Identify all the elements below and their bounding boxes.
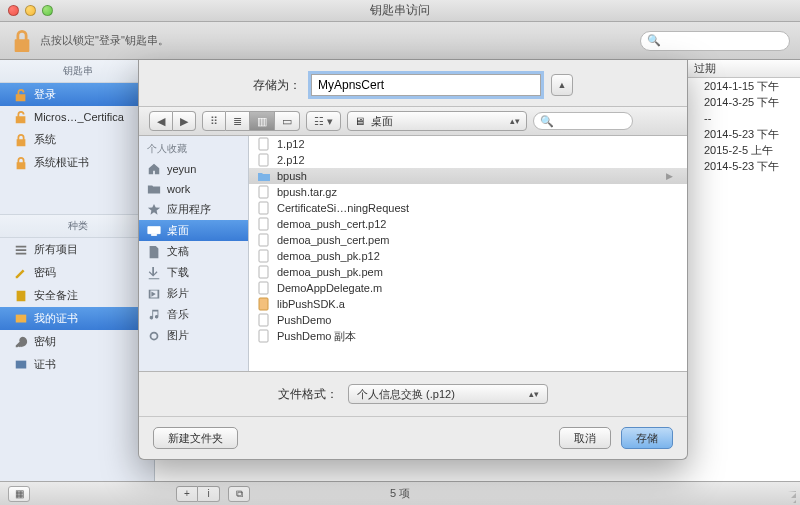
file-row[interactable]: DemoAppDelegate.m [249, 280, 687, 296]
chevron-updown-icon: ▴▾ [510, 116, 520, 126]
file-row[interactable]: PushDemo 副本 [249, 328, 687, 344]
movies-icon [147, 287, 161, 301]
view-coverflow-button[interactable]: ▭ [275, 111, 300, 131]
pictures-icon [147, 329, 161, 343]
sheet-toolbar: ◀ ▶ ⠿ ≣ ▥ ▭ ☷ ▾ 🖥 桌面 ▴▾ 🔍 [139, 106, 687, 136]
sidebar-item-label: 证书 [34, 357, 56, 372]
disclosure-toggle[interactable]: ▲ [551, 74, 573, 96]
svg-rect-4 [259, 218, 268, 230]
sidebar-item-ms-certifica[interactable]: Micros…_Certifica [0, 106, 154, 128]
favorites-item[interactable]: 音乐 [139, 304, 248, 325]
file-icon [257, 201, 271, 215]
nav-back-button[interactable]: ◀ [149, 111, 173, 131]
svg-rect-11 [259, 330, 268, 342]
file-row[interactable]: demoa_push_pk.pem [249, 264, 687, 280]
view-list-button[interactable]: ≣ [226, 111, 250, 131]
sidebar-item-secure-notes[interactable]: 安全备注 [0, 284, 154, 307]
file-row[interactable]: demoa_push_pk.p12 [249, 248, 687, 264]
toolbar-search-input[interactable] [665, 35, 800, 47]
statusbar-info-button[interactable]: i [198, 486, 220, 502]
table-row[interactable]: 2014-5-23 下午 [700, 158, 800, 174]
sheet-search-input[interactable] [557, 115, 626, 127]
keys-icon [14, 335, 28, 349]
favorites-item[interactable]: 桌面 [139, 220, 248, 241]
sidebar-item-login[interactable]: 登录 [0, 83, 154, 106]
sidebar-item-system[interactable]: 系统 [0, 128, 154, 151]
favorites-item-label: 下载 [167, 265, 189, 280]
arrange-button[interactable]: ☷ ▾ [306, 111, 341, 131]
cancel-button[interactable]: 取消 [559, 427, 611, 449]
sidebar-item-label: 所有项目 [34, 242, 78, 257]
table-row[interactable]: 2014-3-25 下午 [700, 94, 800, 110]
window-title: 钥匙串访问 [0, 2, 800, 19]
search-icon: 🔍 [540, 115, 554, 128]
home-icon [147, 162, 161, 176]
statusbar-segmented: + i [176, 486, 220, 502]
file-row[interactable]: 2.p12 [249, 152, 687, 168]
file-row[interactable]: 1.p12 [249, 136, 687, 152]
file-format-label: 文件格式： [278, 386, 338, 403]
sidebar-item-my-certs[interactable]: 我的证书 [0, 307, 154, 330]
favorites-item[interactable]: yeyun [139, 159, 248, 179]
svg-rect-9 [259, 298, 268, 310]
sidebar-item-label: 安全备注 [34, 288, 78, 303]
table-row[interactable]: 2014-1-15 下午 [700, 78, 800, 94]
file-icon [257, 153, 271, 167]
status-bar: ▦ + i ⧉ 5 项 [0, 481, 800, 505]
sidebar-item-all[interactable]: 所有项目 [0, 238, 154, 261]
sidebar-item-keys[interactable]: 密钥 [0, 330, 154, 353]
sidebar-item-label: 登录 [34, 87, 56, 102]
docs-icon [147, 245, 161, 259]
table-row[interactable]: -- [700, 110, 800, 126]
sheet-search[interactable]: 🔍 [533, 112, 633, 130]
file-icon [257, 281, 271, 295]
statusbar-add-button[interactable]: + [176, 486, 198, 502]
sidebar-item-passwords[interactable]: 密码 [0, 261, 154, 284]
apps-icon [147, 203, 161, 217]
sheet-button-bar: 新建文件夹 取消 存储 [139, 417, 687, 459]
file-row[interactable]: CertificateSi…ningRequest [249, 200, 687, 216]
statusbar-button-left[interactable]: ▦ [8, 486, 30, 502]
view-icon-button[interactable]: ⠿ [202, 111, 226, 131]
save-as-label: 存储为： [253, 77, 301, 94]
file-row[interactable]: libPushSDK.a [249, 296, 687, 312]
file-icon [257, 329, 271, 343]
favorites-item[interactable]: 影片 [139, 283, 248, 304]
new-folder-button[interactable]: 新建文件夹 [153, 427, 238, 449]
file-row[interactable]: PushDemo [249, 312, 687, 328]
file-row[interactable]: bpush.tar.gz [249, 184, 687, 200]
file-icon [257, 249, 271, 263]
favorites-item-label: 应用程序 [167, 202, 211, 217]
file-column[interactable]: 1.p122.p12bpush▶bpush.tar.gzCertificateS… [249, 136, 687, 371]
location-dropdown[interactable]: 🖥 桌面 ▴▾ [347, 111, 527, 131]
favorites-item[interactable]: 文稿 [139, 241, 248, 262]
favorites-item[interactable]: work [139, 179, 248, 199]
sidebar-group-category: 种类 [0, 214, 154, 238]
toolbar-search[interactable]: 🔍 [640, 31, 790, 51]
save-button[interactable]: 存储 [621, 427, 673, 449]
lock-icon[interactable] [10, 27, 34, 55]
sidebar-item-certs[interactable]: 证书 [0, 353, 154, 376]
file-row[interactable]: demoa_push_cert.pem [249, 232, 687, 248]
column-header-expire[interactable]: 过期 [694, 61, 784, 76]
file-name: 2.p12 [277, 154, 305, 166]
svg-rect-8 [259, 282, 268, 294]
favorites-item[interactable]: 下载 [139, 262, 248, 283]
file-row[interactable]: demoa_push_cert.p12 [249, 216, 687, 232]
statusbar-copy-button[interactable]: ⧉ [228, 486, 250, 502]
table-row[interactable]: 2014-5-23 下午 [700, 126, 800, 142]
view-column-button[interactable]: ▥ [250, 111, 275, 131]
sidebar-item-system-roots[interactable]: 系统根证书 [0, 151, 154, 174]
file-format-dropdown[interactable]: 个人信息交换 (.p12) ▴▾ [348, 384, 548, 404]
sidebar-item-label: 系统根证书 [34, 155, 89, 170]
save-name-input[interactable] [311, 74, 541, 96]
window-titlebar: 钥匙串访问 [0, 0, 800, 22]
nav-forward-button[interactable]: ▶ [173, 111, 196, 131]
file-name: demoa_push_cert.pem [277, 234, 390, 246]
favorites-item[interactable]: 应用程序 [139, 199, 248, 220]
resize-grip[interactable] [784, 491, 796, 503]
file-row[interactable]: bpush▶ [249, 168, 687, 184]
table-row[interactable]: 2015-2-5 上午 [700, 142, 800, 158]
sidebar-item-label: 我的证书 [34, 311, 78, 326]
favorites-item[interactable]: 图片 [139, 325, 248, 346]
